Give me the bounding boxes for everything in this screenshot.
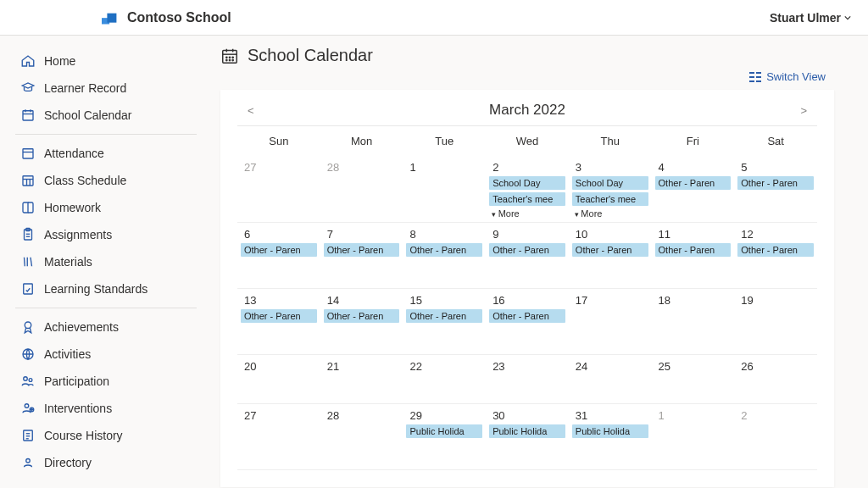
calendar-day-cell[interactable]: 21 (320, 355, 403, 403)
calendar-day-cell[interactable]: 8Other - Paren (403, 223, 486, 288)
sidebar-item-label: Assignments (44, 228, 112, 241)
calendar-date-number: 5 (737, 161, 814, 174)
sidebar-item-learning-standards[interactable]: Learning Standards (15, 275, 197, 302)
calendar-day-cell[interactable]: 1 (403, 156, 486, 222)
calendar-event[interactable]: School Day (489, 176, 565, 190)
calendar-day-cell[interactable]: 31Public Holida (569, 404, 652, 469)
calendar-day-cell[interactable]: 20 (237, 355, 320, 403)
calendar-day-cell[interactable]: 13Other - Paren (237, 289, 320, 354)
next-month-button[interactable]: > (795, 104, 812, 117)
calendar-dow: Sat (734, 126, 817, 156)
calendar-day-cell[interactable]: 10Other - Paren (569, 223, 652, 288)
calendar-day-cell[interactable]: 12Other - Paren (734, 223, 817, 288)
svg-rect-22 (24, 284, 33, 294)
calendar-day-cell[interactable]: 16Other - Paren (486, 289, 569, 354)
calendar-day-cell[interactable]: 24 (569, 355, 652, 403)
calendar-day-cell[interactable]: 26 (734, 355, 817, 403)
brand-logo-icon (102, 10, 120, 25)
calendar-event[interactable]: Other - Paren (324, 309, 400, 323)
calendar-event[interactable]: Other - Paren (572, 243, 648, 257)
sidebar-item-assignments[interactable]: Assignments (15, 221, 197, 248)
calendar-more-button[interactable]: More (572, 208, 648, 219)
calendar-day-cell[interactable]: 1 (652, 404, 735, 469)
calendar-event[interactable]: Teacher's mee (572, 192, 648, 206)
sidebar-item-activities[interactable]: Activities (15, 341, 197, 368)
calendar-day-cell[interactable]: 27 (237, 404, 320, 469)
calendar-event[interactable]: Other - Paren (737, 176, 814, 190)
calendar-date-number: 23 (489, 360, 565, 373)
calendar-day-cell[interactable]: 4Other - Paren (652, 156, 735, 222)
calendar-event[interactable]: Other - Paren (406, 309, 482, 323)
calendar-event[interactable]: Other - Paren (655, 176, 732, 190)
calendar-day-cell[interactable]: 23 (486, 355, 569, 403)
calendar-day-cell[interactable]: 14Other - Paren (320, 289, 403, 354)
sidebar-item-label: Home (44, 54, 75, 68)
svg-rect-6 (23, 149, 33, 158)
calendar-date-number: 4 (655, 161, 732, 174)
calendar-date-number: 30 (489, 409, 565, 422)
sidebar-item-class-schedule[interactable]: Class Schedule (15, 167, 197, 194)
calendar-day-cell[interactable]: 28 (320, 156, 403, 222)
calendar-day-cell[interactable]: 15Other - Paren (403, 289, 486, 354)
calendar-event[interactable]: Other - Paren (489, 243, 565, 257)
calendar-day-cell[interactable]: 30Public Holida (486, 404, 569, 469)
user-menu[interactable]: Stuart Ulmer (770, 11, 851, 25)
calendar-event[interactable]: Other - Paren (406, 243, 482, 257)
calendar-event[interactable]: Teacher's mee (489, 192, 565, 206)
sidebar-item-label: School Calendar (44, 108, 132, 122)
calendar-event[interactable]: Other - Paren (241, 243, 317, 257)
svg-point-25 (24, 377, 28, 381)
calendar-date-number: 9 (489, 228, 565, 241)
calendar-more-button[interactable]: More (489, 208, 565, 219)
sidebar-item-participation[interactable]: Participation (15, 368, 197, 395)
calendar-day-cell[interactable]: 28 (320, 404, 403, 469)
sidebar-item-label: Materials (44, 255, 92, 269)
calendar-date-number: 7 (324, 228, 400, 241)
sidebar-item-achievements[interactable]: Achievements (15, 313, 197, 341)
calendar-day-cell[interactable]: 11Other - Paren (652, 223, 735, 288)
calendar-day-cell[interactable]: 2 (734, 404, 817, 469)
calendar-day-cell[interactable]: 25 (652, 355, 735, 403)
calendar-event[interactable]: Other - Paren (655, 243, 732, 257)
sidebar-item-materials[interactable]: Materials (15, 248, 197, 275)
sidebar-item-course-history[interactable]: Course History (15, 422, 197, 449)
calendar-event[interactable]: Public Holida (406, 424, 482, 438)
calendar-day-cell[interactable]: 19 (734, 289, 817, 354)
prev-month-button[interactable]: < (242, 104, 259, 117)
sidebar-item-label: Activities (44, 347, 91, 361)
calendar-event[interactable]: Public Holida (489, 424, 565, 438)
calendar-day-cell[interactable]: 2School DayTeacher's meeMore (486, 156, 569, 222)
calendar-dow: Mon (320, 126, 403, 156)
calendar-event[interactable]: Other - Paren (324, 243, 400, 257)
svg-rect-1 (107, 13, 116, 22)
calendar-date-number: 31 (572, 409, 648, 422)
calendar-day-cell[interactable]: 18 (652, 289, 735, 354)
sidebar-item-directory[interactable]: Directory (15, 449, 197, 476)
calendar-event[interactable]: Public Holida (572, 424, 648, 438)
sidebar-item-school-calendar[interactable]: School Calendar (15, 102, 197, 129)
calendar-day-cell[interactable]: 7Other - Paren (320, 223, 403, 288)
calendar-day-cell[interactable]: 29Public Holida (403, 404, 486, 469)
calendar-dow: Tue (403, 126, 486, 156)
calendar-day-cell[interactable]: 22 (403, 355, 486, 403)
calendar-day-cell[interactable]: 9Other - Paren (486, 223, 569, 288)
sidebar-item-home[interactable]: Home (15, 47, 197, 75)
calendar-day-cell[interactable]: 27 (237, 156, 320, 222)
sidebar-item-attendance[interactable]: Attendance (15, 140, 197, 167)
brand[interactable]: Contoso School (102, 10, 231, 25)
calendar-event[interactable]: School Day (572, 176, 648, 190)
calendar-event[interactable]: Other - Paren (489, 309, 565, 323)
sidebar-item-homework[interactable]: Homework (15, 194, 197, 221)
calendar-event[interactable]: Other - Paren (737, 243, 814, 257)
sidebar-item-interventions[interactable]: Interventions (15, 395, 197, 422)
calendar-day-cell[interactable]: 5Other - Paren (734, 156, 817, 222)
sidebar-item-learner-record[interactable]: Learner Record (15, 75, 197, 102)
calendar-day-cell[interactable]: 3School DayTeacher's meeMore (569, 156, 652, 222)
calendar-event[interactable]: Other - Paren (241, 309, 317, 323)
calendar-date-number: 21 (324, 360, 400, 373)
switch-view-button[interactable]: Switch View (749, 70, 826, 83)
activities-icon (20, 347, 36, 362)
calendar-day-cell[interactable]: 17 (569, 289, 652, 354)
sidebar-item-label: Course History (44, 429, 123, 442)
calendar-day-cell[interactable]: 6Other - Paren (237, 223, 320, 288)
